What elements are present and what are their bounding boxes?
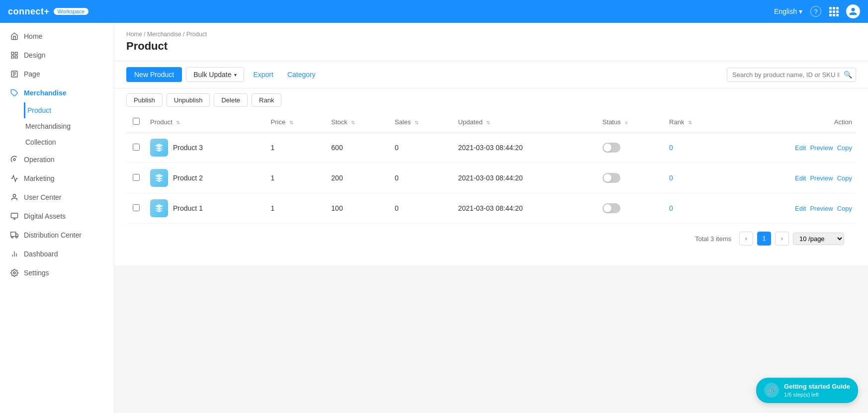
page-1-button[interactable]: 1 — [757, 232, 771, 246]
product-thumbnail — [150, 139, 168, 157]
breadcrumb-product: Product — [186, 31, 207, 38]
sidebar-item-settings[interactable]: Settings — [0, 263, 114, 282]
sidebar-item-distribution-center[interactable]: Distribution Center — [0, 226, 114, 245]
product-thumbnail — [150, 199, 168, 217]
copy-link[interactable]: Copy — [837, 205, 852, 212]
search-input[interactable] — [727, 68, 856, 82]
preview-link[interactable]: Preview — [810, 205, 833, 212]
avatar[interactable] — [846, 4, 860, 18]
rank-button[interactable]: Rank — [252, 93, 281, 107]
status-toggle[interactable] — [603, 203, 620, 213]
prev-page-button[interactable]: ‹ — [739, 232, 753, 246]
delete-button[interactable]: Delete — [214, 93, 248, 107]
row-checkbox-cell — [126, 163, 146, 193]
sidebar-label-settings: Settings — [24, 269, 49, 277]
updated-cell: 2021-03-03 08:44:20 — [454, 193, 598, 224]
header-checkbox-cell — [126, 112, 146, 133]
breadcrumb-merchandise[interactable]: Merchandise — [147, 31, 181, 38]
stock-cell: 200 — [327, 163, 391, 193]
sidebar-item-digital-assets[interactable]: Digital Assets — [0, 207, 114, 226]
table-row: Product 1 1 100 0 2021-03-03 08:44:20 0 — [126, 193, 856, 224]
search-box: 🔍 — [727, 68, 856, 82]
row-checkbox[interactable] — [133, 204, 140, 211]
product-thumbnail — [150, 169, 168, 187]
logo-area: connect+ Workspace — [8, 6, 88, 17]
bulk-update-button[interactable]: Bulk Update ▾ — [186, 67, 244, 82]
edit-link[interactable]: Edit — [795, 205, 806, 212]
page-icon — [10, 70, 19, 79]
preview-link[interactable]: Preview — [810, 174, 833, 182]
sort-price-icon[interactable]: ⇅ — [289, 120, 293, 125]
sort-status-icon[interactable]: ∨ — [624, 120, 628, 125]
edit-link[interactable]: Edit — [795, 174, 806, 182]
sidebar-item-design[interactable]: Design — [0, 46, 114, 65]
category-button[interactable]: Category — [282, 68, 321, 82]
updated-cell: 2021-03-03 08:44:20 — [454, 133, 598, 163]
action-links: Edit Preview Copy — [730, 205, 852, 212]
column-rank: Rank ⇅ — [665, 112, 726, 133]
copy-link[interactable]: Copy — [837, 174, 852, 182]
page-size-select[interactable]: 10 /page 20 /page 50 /page — [793, 233, 844, 245]
sidebar-item-marketing[interactable]: Marketing — [0, 169, 114, 188]
getting-started-guide[interactable]: 🔗 Getting started Guide 1/6 step(s) left — [756, 378, 858, 403]
sidebar-item-dashboard[interactable]: Dashboard — [0, 245, 114, 263]
sort-stock-icon[interactable]: ⇅ — [351, 120, 355, 125]
digital-assets-icon — [10, 212, 19, 221]
preview-link[interactable]: Preview — [810, 144, 833, 152]
sales-cell: 0 — [391, 163, 454, 193]
table-body: Product 3 1 600 0 2021-03-03 08:44:20 0 — [126, 133, 856, 224]
sidebar-item-page[interactable]: Page — [0, 65, 114, 83]
sidebar-sub-item-merchandising[interactable]: Merchandising — [24, 118, 114, 134]
new-product-button[interactable]: New Product — [126, 67, 182, 82]
action-links: Edit Preview Copy — [730, 174, 852, 182]
action-links: Edit Preview Copy — [730, 144, 852, 152]
sort-rank-icon[interactable]: ⇅ — [688, 120, 692, 125]
svg-rect-11 — [11, 213, 17, 218]
content-header: Home / Merchandise / Product Product — [114, 23, 868, 61]
action-cell: Edit Preview Copy — [726, 163, 856, 193]
sidebar-sub-item-collection[interactable]: Collection — [24, 134, 114, 150]
sidebar-item-operation[interactable]: Operation — [0, 150, 114, 169]
status-cell — [599, 193, 665, 224]
language-selector[interactable]: English ▾ — [774, 7, 802, 15]
export-button[interactable]: Export — [248, 68, 278, 82]
next-page-button[interactable]: › — [775, 232, 789, 246]
distribution-icon — [10, 231, 19, 240]
sidebar-label-distribution-center: Distribution Center — [24, 231, 82, 239]
column-updated: Updated ⇅ — [454, 112, 598, 133]
home-icon — [10, 32, 19, 41]
unpublish-button[interactable]: Unpublish — [167, 93, 210, 107]
svg-marker-15 — [16, 234, 18, 236]
status-toggle[interactable] — [603, 143, 620, 153]
sidebar-label-page: Page — [24, 70, 40, 78]
status-toggle[interactable] — [603, 173, 620, 183]
select-all-checkbox[interactable] — [133, 118, 140, 125]
getting-started-text: Getting started Guide 1/6 step(s) left — [784, 383, 850, 398]
svg-point-17 — [16, 237, 17, 238]
sidebar-sub-item-product[interactable]: Product — [24, 102, 114, 118]
copy-link[interactable]: Copy — [837, 144, 852, 152]
sort-sales-icon[interactable]: ⇅ — [415, 120, 419, 125]
dashboard-icon — [10, 249, 19, 258]
publish-button[interactable]: Publish — [126, 93, 163, 107]
rank-cell: 0 — [665, 163, 726, 193]
row-checkbox[interactable] — [133, 144, 140, 151]
sidebar-item-home[interactable]: Home — [0, 27, 114, 46]
sidebar-item-user-center[interactable]: User Center — [0, 188, 114, 207]
breadcrumb-home[interactable]: Home — [126, 31, 142, 38]
sort-updated-icon[interactable]: ⇅ — [486, 120, 490, 125]
top-nav-right: English ▾ ? — [774, 4, 860, 18]
status-cell — [599, 163, 665, 193]
sidebar-item-merchandise[interactable]: Merchandise — [0, 83, 114, 102]
sort-product-icon[interactable]: ⇅ — [176, 120, 180, 125]
sidebar-label-home: Home — [24, 32, 42, 40]
apps-icon[interactable] — [829, 7, 838, 16]
row-checkbox[interactable] — [133, 174, 140, 181]
product-cell: Product 2 — [150, 169, 263, 187]
help-icon[interactable]: ? — [810, 6, 821, 17]
products-table: Product ⇅ Price ⇅ Stock ⇅ Sales — [126, 112, 856, 224]
product-name-cell: Product 1 — [146, 193, 267, 224]
settings-icon — [10, 268, 19, 277]
edit-link[interactable]: Edit — [795, 144, 806, 152]
column-price: Price ⇅ — [267, 112, 328, 133]
